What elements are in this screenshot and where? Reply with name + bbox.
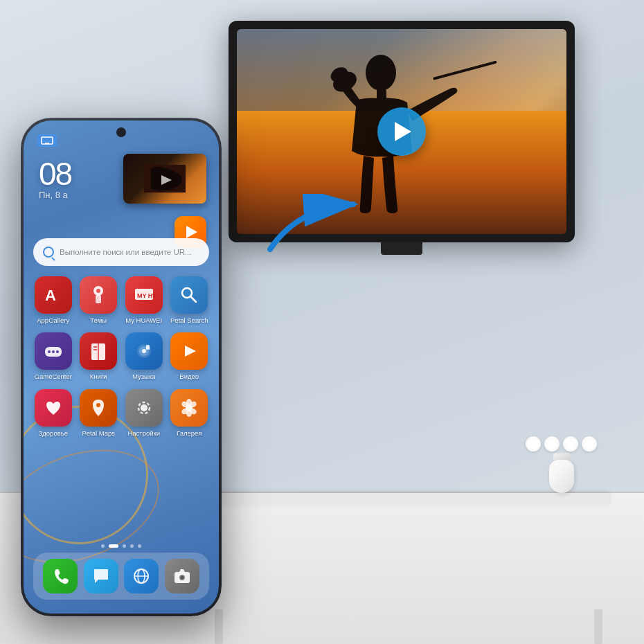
svg-point-30	[96, 403, 100, 407]
tv-play-button[interactable]	[377, 107, 426, 156]
flower-blooms	[526, 436, 597, 451]
screen-cast-icon	[37, 134, 57, 147]
table-legs	[215, 609, 602, 644]
app-label-books: Книги	[90, 373, 107, 380]
mini-video-thumbnail[interactable]	[123, 154, 206, 204]
table-leg-right	[594, 609, 602, 644]
svg-point-21	[56, 350, 59, 353]
svg-point-28	[142, 349, 146, 353]
vase-with-flowers	[526, 436, 597, 493]
app-item-appgallery[interactable]: A AppGallery	[33, 276, 73, 324]
svg-point-13	[96, 289, 100, 293]
svg-text:A: A	[45, 287, 56, 304]
video-play-icon	[186, 226, 197, 238]
vase-body	[549, 460, 574, 493]
app-item-gallery[interactable]: Галерея	[170, 389, 210, 437]
svg-rect-2	[433, 60, 497, 80]
app-label-myhuawei: My HUAWEI	[125, 316, 162, 324]
time-display: 08	[39, 156, 71, 192]
app-item-settings[interactable]: Настройки	[124, 389, 164, 437]
svg-marker-29	[185, 346, 196, 357]
phone-outer-frame: 08 Пн, 8 а Выполните поиск или введ	[21, 118, 222, 616]
svg-rect-12	[96, 295, 101, 303]
play-triangle-icon	[395, 122, 411, 141]
app-label-gallery: Галерея	[177, 429, 202, 437]
date-display: Пн, 8 а	[39, 190, 68, 200]
svg-line-17	[190, 296, 196, 302]
phone-notch	[116, 127, 126, 137]
app-label-video: Видео	[179, 373, 199, 380]
app-icon-video	[170, 332, 208, 370]
page-dot-0	[101, 544, 105, 548]
dock-messages-icon[interactable]	[84, 559, 118, 593]
search-icon	[43, 247, 54, 258]
dock-phone-icon[interactable]	[43, 559, 78, 593]
app-icon-petalsearch	[170, 276, 208, 314]
app-icon-appgallery: A	[35, 276, 72, 314]
app-label-petalmaps: Petal Maps	[82, 429, 115, 437]
phone-time: 08	[39, 155, 71, 193]
app-item-gamecenter[interactable]: GameCenter	[33, 332, 73, 380]
app-label-settings: Настройки	[127, 429, 160, 437]
svg-rect-7	[45, 143, 49, 144]
arrow-svg	[256, 194, 367, 263]
app-item-themes[interactable]: Темы	[79, 276, 119, 324]
flower-bloom-1	[526, 436, 541, 451]
app-item-video[interactable]: Видео	[170, 332, 210, 380]
app-label-appgallery: AppGallery	[37, 316, 69, 324]
app-icon-settings	[125, 389, 163, 427]
app-grid: A AppGallery Темы	[33, 276, 209, 437]
app-icon-petalmaps	[80, 389, 117, 427]
flower-bloom-2	[544, 436, 560, 451]
status-left	[37, 134, 57, 147]
phone-dock	[33, 553, 209, 600]
app-icon-myhuawei: MY HW	[125, 276, 163, 314]
svg-point-31	[141, 404, 147, 411]
app-icon-themes	[80, 276, 117, 314]
app-label-gamecenter: GameCenter	[35, 373, 72, 380]
dock-camera-icon[interactable]	[165, 559, 199, 593]
svg-point-19	[48, 350, 51, 353]
flower-bloom-4	[582, 436, 597, 451]
app-item-health[interactable]: Здоровье	[33, 389, 73, 437]
svg-point-0	[366, 55, 396, 91]
app-item-books[interactable]: Книги	[79, 332, 119, 380]
page-dots	[24, 544, 219, 548]
app-icon-gamecenter	[35, 332, 72, 370]
svg-point-45	[180, 576, 184, 580]
flower-bloom-3	[563, 436, 578, 451]
page-dot-4	[138, 544, 141, 548]
cast-arrow	[256, 194, 367, 263]
vase-neck	[553, 453, 570, 460]
svg-point-20	[52, 350, 55, 353]
svg-text:MY HW: MY HW	[137, 292, 156, 299]
app-icon-books	[80, 332, 117, 370]
app-label-petalsearch: Petal Search	[170, 316, 208, 324]
app-label-themes: Темы	[90, 316, 107, 324]
app-label-music: Музыка	[132, 373, 156, 380]
search-placeholder: Выполните поиск или введите UR...	[60, 248, 192, 256]
page-dot-3	[130, 544, 134, 548]
tv-stand	[381, 242, 422, 255]
phone-search-bar[interactable]: Выполните поиск или введите UR...	[33, 238, 209, 266]
page-dot-2	[123, 544, 126, 548]
app-label-health: Здоровье	[39, 429, 68, 437]
app-item-petalsearch[interactable]: Petal Search	[170, 276, 210, 324]
app-item-petalmaps[interactable]: Petal Maps	[79, 389, 119, 437]
app-item-music[interactable]: Музыка	[124, 332, 164, 380]
app-icon-music	[125, 332, 163, 370]
app-item-myhuawei[interactable]: MY HW My HUAWEI	[124, 276, 164, 324]
app-icon-health	[35, 389, 72, 427]
phone-screen: 08 Пн, 8 а Выполните поиск или введ	[24, 120, 219, 614]
app-icon-gallery	[170, 389, 208, 427]
page-dot-1	[109, 544, 118, 548]
phone-date: Пн, 8 а	[39, 190, 68, 200]
dock-browser-icon[interactable]	[124, 559, 159, 593]
table-top	[208, 493, 609, 506]
phone: 08 Пн, 8 а Выполните поиск или введ	[21, 118, 222, 616]
